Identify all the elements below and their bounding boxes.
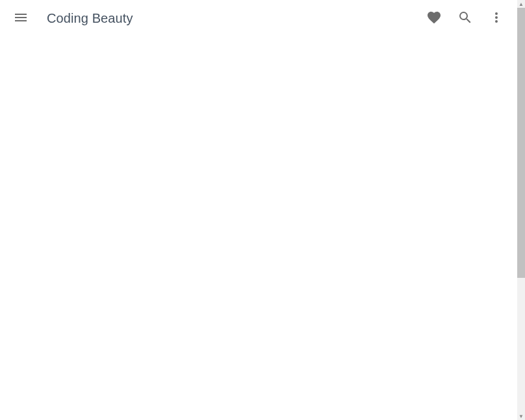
search-button[interactable] — [450, 3, 481, 34]
more-vert-icon — [489, 10, 504, 27]
main-content — [0, 36, 517, 420]
scrollbar-arrow-up-icon[interactable]: ▲ — [517, 0, 525, 8]
search-icon — [457, 10, 473, 27]
toolbar: Coding Beauty — [0, 0, 517, 36]
scrollbar-thumb[interactable] — [517, 8, 525, 278]
heart-icon — [426, 10, 442, 27]
more-button[interactable] — [481, 3, 512, 34]
menu-icon — [13, 10, 29, 27]
menu-button[interactable] — [5, 3, 36, 34]
page-title: Coding Beauty — [47, 11, 133, 26]
scrollbar-arrow-down-icon[interactable]: ▼ — [517, 412, 525, 420]
favorite-button[interactable] — [418, 3, 450, 34]
app-container: Coding Beauty — [0, 0, 517, 420]
scrollbar-track[interactable]: ▲ ▼ — [517, 0, 525, 420]
